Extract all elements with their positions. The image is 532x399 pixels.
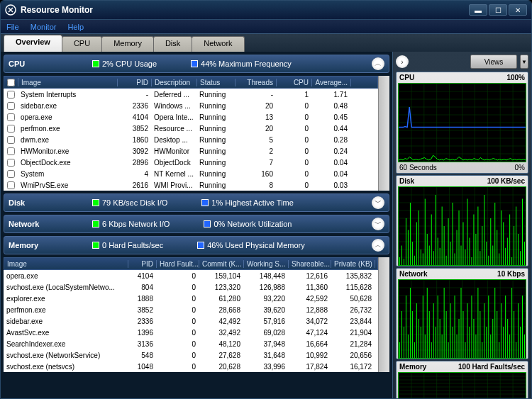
memory-chart-title: Memory [399,363,426,371]
cpu-freq-label: 44% Maximum Frequency [201,60,292,68]
table-row[interactable]: explorer.exe18880 61,28093,22042,59250,6… [4,293,378,304]
network-chart-right: 10 Kbps [497,270,525,278]
col-cpu[interactable]: CPU [277,79,312,86]
table-row[interactable]: SearchIndexer.exe31360 48,12037,94816,66… [4,338,378,349]
tab-memory[interactable]: Memory [101,36,154,52]
net-io-icon [92,220,99,227]
net-io-label: 6 Kbps Network I/O [102,220,170,228]
menu-help[interactable]: Help [67,23,84,31]
col-pid[interactable]: PID [118,79,152,86]
disk-io-label: 79 KB/sec Disk I/O [102,198,167,207]
cpu-scrollbar[interactable] [378,76,389,191]
table-row[interactable]: svchost.exe (netsvcs)10480 20,62833,9961… [4,361,378,372]
tab-disk[interactable]: Disk [153,36,192,52]
mcol-ws[interactable]: Working S... [244,260,289,268]
table-row[interactable]: perfmon.exe3852Resource ... Running2000.… [4,123,378,134]
table-row[interactable]: opera.exe41040 159,104148,44812,616135,8… [4,270,378,281]
col-avg[interactable]: Average... [312,79,351,86]
cpu-chart-right: 100% [506,74,525,82]
row-checkbox[interactable] [7,136,15,144]
cpu-freq-icon [191,60,198,67]
table-row[interactable]: sidebar.exe23360 42,49257,91634,07223,84… [4,315,378,327]
network-section-title: Network [9,220,87,228]
mcol-commit[interactable]: Commit (K... [199,260,244,268]
titlebar[interactable]: Resource Monitor ▬ ☐ ✕ [1,1,531,19]
col-desc[interactable]: Description [152,79,197,86]
cpu-grid-header: Image PID Description Status Threads CPU… [4,76,378,89]
tab-network[interactable]: Network [192,36,244,52]
net-util-label: 0% Network Utilization [214,220,292,228]
views-button[interactable]: Views [470,55,517,69]
network-expand-button[interactable]: ﹀ [372,218,384,230]
menubar: File Monitor Help [1,19,531,33]
table-row[interactable]: System Interrupts-Deferred ... Running-1… [4,89,378,100]
memory-scrollbar[interactable] [378,257,389,372]
row-checkbox[interactable] [7,170,15,178]
cpu-chart-fl: 60 Seconds [399,164,437,172]
table-row[interactable]: HWMonitor.exe3092HWMonitor Running200.24 [4,145,378,157]
window-title: Resource Monitor [21,5,469,15]
mcol-priv[interactable]: Private (KB) [331,260,375,268]
mcol-share[interactable]: Shareable... [289,260,331,268]
disk-chart-right: 100 KB/sec [487,177,525,185]
disk-expand-button[interactable]: ﹀ [372,196,384,209]
table-row[interactable]: perfmon.exe38520 28,66839,62012,88826,73… [4,304,378,315]
views-dropdown-icon[interactable]: ▼ [520,55,528,69]
cpu-select-all[interactable] [7,79,15,86]
memory-section-header[interactable]: Memory 0 Hard Faults/sec 46% Used Physic… [4,236,389,254]
disk-section-header[interactable]: Disk 79 KB/sec Disk I/O 1% Highest Activ… [4,193,389,212]
table-row[interactable]: opera.exe4104Opera Inte... Running1300.4… [4,111,378,123]
col-threads[interactable]: Threads [235,79,277,86]
disk-section-title: Disk [9,198,87,207]
row-checkbox[interactable] [7,147,15,155]
network-chart: Network10 Kbps [396,268,528,359]
menu-monitor[interactable]: Monitor [31,23,57,31]
cpu-section-header[interactable]: CPU 2% CPU Usage 44% Maximum Frequency ︿ [4,55,389,73]
maximize-button[interactable]: ☐ [489,4,507,16]
table-row[interactable]: WmiPrvSE.exe2616WMI Provi... Running800.… [4,179,378,191]
row-checkbox[interactable] [7,159,15,167]
disk-chart: Disk100 KB/sec [396,175,528,266]
cpu-usage-label: 2% CPU Usage [102,60,157,68]
cpu-grid: Image PID Description Status Threads CPU… [4,76,389,191]
table-row[interactable]: dwm.exe1860Desktop ... Running500.28 [4,134,378,145]
cpu-section-title: CPU [9,60,87,68]
tab-overview[interactable]: Overview [4,35,62,52]
cpu-chart-fr: 0% [515,164,525,172]
table-row[interactable]: ObjectDock.exe2896ObjectDock Running700.… [4,157,378,168]
minimize-button[interactable]: ▬ [469,4,487,16]
app-icon [5,4,16,16]
cpu-chart: CPU100% 60 Seconds0% [396,72,528,174]
content: CPU 2% CPU Usage 44% Maximum Frequency ︿… [1,52,531,398]
table-row[interactable]: svchost.exe (NetworkService)5480 27,6283… [4,349,378,361]
memory-collapse-button[interactable]: ︿ [372,239,384,252]
row-checkbox[interactable] [7,91,15,99]
network-section-header[interactable]: Network 6 Kbps Network I/O 0% Network Ut… [4,215,389,233]
cpu-usage-icon [92,60,99,67]
row-checkbox[interactable] [7,113,15,121]
table-row[interactable]: AvastSvc.exe13960 32,49269,02847,12421,9… [4,327,378,338]
row-checkbox[interactable] [7,181,15,189]
memory-chart-right: 100 Hard Faults/sec [458,363,525,371]
col-image[interactable]: Image [18,79,118,86]
mcol-pid[interactable]: PID [128,260,157,268]
side-collapse-button[interactable]: › [396,55,409,68]
mem-hf-icon [92,242,99,249]
mcol-image[interactable]: Image [4,260,128,268]
close-button[interactable]: ✕ [509,4,527,16]
disk-active-icon [201,199,209,206]
main-panel: CPU 2% CPU Usage 44% Maximum Frequency ︿… [1,52,392,398]
mem-used-icon [197,242,204,249]
menu-file[interactable]: File [6,23,19,31]
side-panel: › Views ▼ CPU100% 60 Seconds0% Disk100 K… [392,52,531,398]
col-status[interactable]: Status [197,79,235,86]
tab-cpu[interactable]: CPU [62,36,102,52]
memory-grid: Image PID Hard Fault... Commit (K... Wor… [4,257,389,372]
mcol-hf[interactable]: Hard Fault... [157,260,199,268]
cpu-collapse-button[interactable]: ︿ [372,57,384,70]
row-checkbox[interactable] [7,125,15,133]
row-checkbox[interactable] [7,102,15,110]
table-row[interactable]: System4NT Kernel ... Running16000.04 [4,168,378,179]
table-row[interactable]: sidebar.exe2336Windows ... Running2000.4… [4,100,378,111]
table-row[interactable]: svchost.exe (LocalSystemNetwo...8040 123… [4,281,378,293]
